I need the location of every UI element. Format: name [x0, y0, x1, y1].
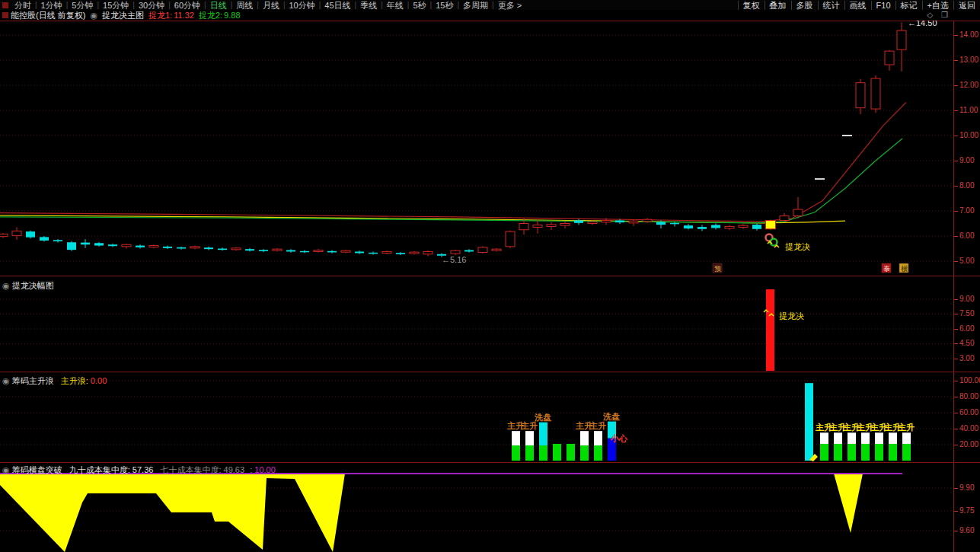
tilongjue-sub-panel[interactable]: ◉ 提龙决幅图 提龙决 [0, 276, 953, 372]
period-tab-3[interactable]: 5分钟 [68, 1, 97, 10]
axis-label: 6.00 [959, 231, 974, 240]
period-tab-10[interactable]: 10分钟 [285, 1, 318, 10]
candle-down [670, 223, 679, 225]
axis-tick [954, 60, 958, 61]
candle-up [190, 247, 200, 248]
tool-button-9[interactable]: 返回 [953, 1, 980, 10]
period-tab-12[interactable]: 季线 [356, 1, 381, 10]
period-tab-9[interactable]: 月线 [259, 1, 283, 10]
period-tab-1[interactable]: 分时 [11, 1, 35, 10]
stacked-bar-seg [820, 432, 828, 444]
axis-label: 9.90 [959, 483, 974, 492]
panel2-title[interactable]: 提龙决幅图 [12, 281, 54, 290]
event-tag-label: 横 [901, 265, 908, 273]
tool-button-6[interactable]: F10 [871, 1, 895, 10]
period-tab-15[interactable]: 15秒 [432, 1, 457, 10]
candle-down [752, 225, 761, 229]
chart-annotation: ←5.16 [442, 255, 466, 264]
candle-up [382, 251, 391, 253]
indicator-selector-icon[interactable]: ◉ [90, 11, 97, 21]
axis-tick [954, 511, 958, 512]
window-corner-icons[interactable]: ◇ ❐ [927, 11, 951, 19]
main-indicator-name[interactable]: 捉龙决主图 [102, 11, 144, 21]
period-tab-6[interactable]: 60分钟 [171, 1, 204, 10]
candle-down [218, 249, 227, 250]
indicator-selector-icon[interactable]: ◉ [2, 376, 12, 385]
stacked-bar-seg [875, 444, 883, 461]
axis-label: 13.00 [959, 56, 978, 64]
stacked-bar-seg [861, 432, 870, 444]
period-tab-11[interactable]: 45日线 [321, 1, 354, 10]
axis-label: 11.00 [959, 106, 978, 114]
period-tab-16[interactable]: 多周期 [459, 1, 492, 10]
trading-app-window: 分时|1分钟|5分钟|15分钟|30分钟|60分钟|日线|周线|月线|10分钟|… [0, 0, 980, 552]
candle-up [643, 219, 652, 222]
chart-annotation: 提龙决 [779, 311, 804, 321]
axis-tick [954, 531, 958, 531]
panel3-value: 0.00 [91, 376, 107, 385]
tool-button-5[interactable]: 画线 [844, 1, 871, 10]
axis-tick [954, 211, 958, 212]
candle-down [163, 247, 172, 248]
chouma-zhushenglang-panel[interactable]: ◉ 筹码主升浪 主升浪: 0.00 主升主升洗盘主升主升洗盘小心主升主升主升主升… [0, 372, 953, 462]
axis-tick [954, 261, 958, 262]
axis-label: 40.00 [959, 424, 978, 432]
period-tab-14[interactable]: 5秒 [409, 1, 429, 10]
stacked-bar-seg [512, 445, 520, 461]
tool-button-3[interactable]: 多股 [791, 1, 818, 10]
indicator-selector-icon[interactable]: ◉ [2, 281, 12, 290]
stacked-bar-seg [594, 445, 602, 461]
panel4-metric3-label: : [250, 465, 252, 474]
stacked-bar-seg [834, 432, 842, 444]
tool-button-1[interactable]: 复权 [738, 1, 765, 10]
axis-label: 9.00 [959, 295, 974, 303]
main-chart-canvas[interactable]: ←14.50←5.16提龙决预泰横 [0, 21, 953, 276]
axis-tick [954, 136, 958, 136]
tool-button-8[interactable]: +自选 [922, 1, 953, 10]
tool-button-2[interactable]: 叠加 [765, 1, 791, 10]
stacked-bar-seg [539, 445, 547, 461]
axis-label: 9.00 [959, 156, 974, 164]
candle-down [697, 227, 707, 229]
indicator-bar-red [766, 289, 774, 371]
candle-down [40, 237, 49, 241]
concentration-area [834, 474, 863, 533]
zhushenglang-canvas[interactable]: 主升主升洗盘主升主升洗盘小心主升主升主升主升主升主升主升 [0, 372, 953, 462]
axis-tick [954, 161, 958, 161]
candle-up [547, 225, 556, 227]
candle-up [149, 246, 158, 247]
axis-tick [954, 429, 958, 429]
period-tab-5[interactable]: 30分钟 [135, 1, 168, 10]
candle-down [108, 244, 117, 246]
stacked-bar-seg [889, 432, 897, 444]
tilongjue-canvas[interactable]: 提龙决 [0, 276, 953, 372]
candle-up [231, 248, 241, 250]
stacked-bar-seg [525, 431, 534, 445]
stacked-bar-seg [820, 444, 828, 461]
candle-up [273, 249, 282, 250]
period-tab-2[interactable]: 1分钟 [37, 1, 66, 10]
period-tab-7[interactable]: 日线 [206, 1, 231, 10]
tool-button-7[interactable]: 标记 [895, 1, 922, 10]
bar-label: 主升 [898, 423, 915, 432]
period-tab-13[interactable]: 年线 [383, 1, 407, 10]
panel4-metric2-label: 七十成本集中度: [160, 465, 221, 474]
stacked-bar-seg [580, 431, 589, 445]
indicator-selector-icon[interactable]: ◉ [2, 465, 12, 474]
period-tab-8[interactable]: 周线 [232, 1, 257, 10]
candle-up [423, 251, 433, 254]
candle-up [856, 83, 865, 108]
candle-down [177, 247, 186, 249]
main-chart-panel[interactable]: ←14.50←5.16提龙决预泰横 [0, 21, 953, 276]
panel3-title[interactable]: 筹码主升浪 [12, 376, 54, 385]
app-menu-icon[interactable] [2, 2, 8, 8]
axis-label: 3.00 [959, 354, 974, 362]
candle-up [533, 225, 542, 227]
stock-header-row: 能控股(日线 前复权) ◉ 捉龙决主图 捉龙1: 11.32 捉龙2: 9.88… [0, 10, 980, 21]
panel4-metric1-value: 57.36 [132, 465, 154, 474]
panel4-title[interactable]: 筹码横盘突破 [12, 465, 62, 474]
period-tab-4[interactable]: 15分钟 [99, 1, 132, 10]
tool-button-4[interactable]: 统计 [818, 1, 844, 10]
period-tab-17[interactable]: 更多 > [494, 1, 525, 10]
chouma-hengpan-panel[interactable]: ◉ 筹码横盘突破 九十成本集中度: 57.36 七十成本集中度: 49.63 :… [0, 462, 953, 552]
